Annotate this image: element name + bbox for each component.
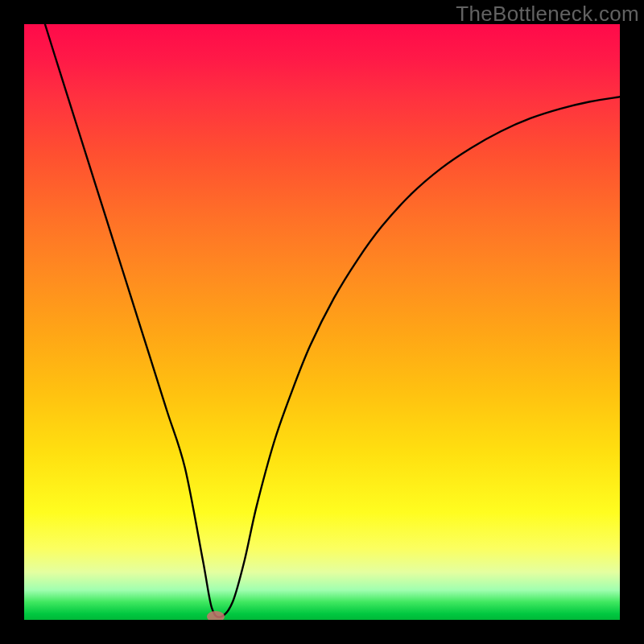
optimal-point-marker bbox=[207, 611, 225, 620]
curve-svg bbox=[24, 24, 620, 620]
plot-area bbox=[24, 24, 620, 620]
watermark-text: TheBottleneck.com bbox=[456, 2, 639, 27]
bottleneck-curve-path bbox=[45, 24, 620, 617]
